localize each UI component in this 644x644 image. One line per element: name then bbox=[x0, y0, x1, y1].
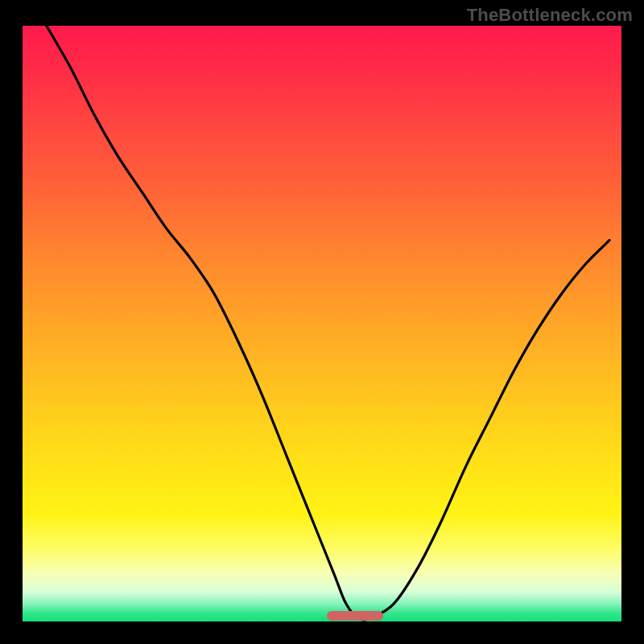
plot-area bbox=[23, 26, 621, 621]
optimal-range-marker bbox=[327, 611, 384, 621]
attribution-text: TheBottleneck.com bbox=[467, 5, 633, 26]
bottleneck-curve-line bbox=[47, 26, 609, 620]
chart-frame: TheBottleneck.com bbox=[0, 0, 644, 644]
bottleneck-curve-svg bbox=[23, 26, 621, 621]
